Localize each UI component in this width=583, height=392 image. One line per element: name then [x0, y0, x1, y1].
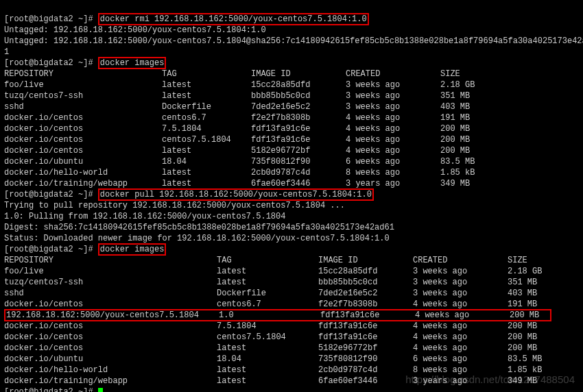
terminal-output[interactable]: [root@bigdata2 ~]# docker rmi 192.168.18…: [0, 0, 583, 392]
table-row: docker.io/training/webapplatest6fae60ef3…: [4, 376, 537, 386]
cmd-docker-images-2: docker images: [98, 243, 167, 256]
table-row: sshdDockerfile7ded2e16e5c23 weeks ago403…: [4, 289, 537, 298]
pull-output-status: Status: Downloaded newer image for 192.1…: [4, 234, 390, 243]
prompt: [root@bigdata2 ~]#: [4, 387, 93, 392]
table-row: sshdDockerfile7ded2e16e5c23 weeks ago403…: [4, 102, 470, 112]
pull-output-pulling: 1.0: Pulling from 192.168.18.162:5000/yo…: [4, 212, 285, 221]
rmi-output-untagged2: Untagged: 192.168.18.162:5000/youx-cento…: [4, 36, 583, 46]
rmi-output-untagged2-cont: 1: [4, 47, 9, 57]
table-row: foo/livelatest15cc28a85dfd3 weeks ago2.1…: [4, 80, 475, 90]
table-row: docker.io/centoscentos7.5.1804fdf13fa91c…: [4, 135, 470, 145]
table-row: docker.io/hello-worldlatest2cb0d9787c4d8…: [4, 168, 475, 177]
prompt: [root@bigdata2 ~]#: [4, 245, 93, 254]
images1-headers: REPOSITORYTAGIMAGE IDCREATEDSIZE: [4, 69, 460, 79]
table-row: docker.io/centoscentos7.5.1804fdf13fa91c…: [4, 332, 537, 342]
images2-headers: REPOSITORYTAGIMAGE IDCREATEDSIZE: [4, 256, 527, 265]
cursor-icon[interactable]: [98, 388, 103, 392]
table-row: docker.io/hello-worldlatest2cb0d9787c4d8…: [4, 365, 542, 375]
pull-output-trying: Trying to pull repository 192.168.18.162…: [4, 201, 345, 210]
table-row: docker.io/centoscentos6.7f2e2f7b8308b4 w…: [4, 299, 537, 309]
table-row: foo/livelatest15cc28a85dfd3 weeks ago2.1…: [4, 267, 542, 276]
table-row: docker.io/centoslatest5182e96772bf4 week…: [4, 343, 537, 353]
table-row: docker.io/ubuntu18.04735f80812f906 weeks…: [4, 354, 542, 364]
table-row: docker.io/centos7.5.1804fdf13fa91c6e4 we…: [4, 321, 537, 331]
cmd-docker-pull: docker pull 192.168.18.162:5000/youx-cen…: [98, 188, 374, 201]
cmd-docker-images-1: docker images: [98, 57, 167, 69]
table-row: tuzq/centos7-sshlatestbbb85bb5c0cd3 week…: [4, 278, 537, 287]
cmd-docker-rmi: docker rmi 192.168.18.162:5000/youx-cent…: [98, 13, 369, 25]
prompt: [root@bigdata2 ~]#: [4, 190, 93, 199]
table-row: docker.io/centoslatest5182e96772bf4 week…: [4, 146, 470, 156]
pull-output-digest: Digest: sha256:7c14180942615fef85cb5c8b1…: [4, 223, 394, 232]
table-row: docker.io/centos7.5.1804fdf13fa91c6e4 we…: [4, 124, 470, 134]
rmi-output-untagged1: Untagged: 192.168.18.162:5000/youx-cento…: [4, 25, 266, 35]
table-row: docker.io/training/webapplatest6fae60ef3…: [4, 179, 470, 188]
prompt: [root@bigdata2 ~]#: [4, 14, 93, 24]
highlighted-pulled-image-row: 192.168.18.162:5000/youx-centos7.5.18041…: [4, 309, 551, 321]
table-row: docker.io/ubuntu18.04735f80812f906 weeks…: [4, 157, 475, 167]
table-row: tuzq/centos7-sshlatestbbb85bb5c0cd3 week…: [4, 91, 470, 101]
prompt: [root@bigdata2 ~]#: [4, 58, 93, 68]
table-row: docker.io/centoscentos6.7f2e2f7b8308b4 w…: [4, 113, 470, 123]
